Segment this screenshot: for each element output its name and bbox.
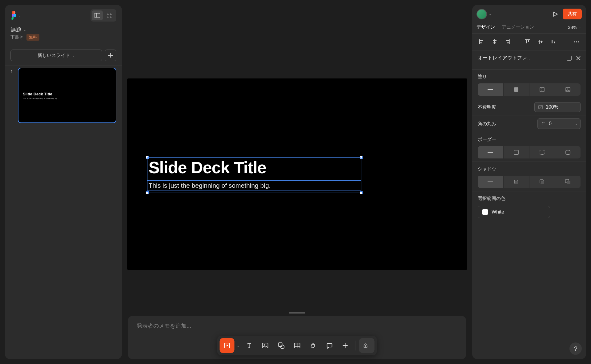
bottom-toolbar: ⌄ T (217, 336, 377, 355)
chevron-down-icon: ⌄ (579, 25, 582, 29)
shadow-label: シャドウ (478, 166, 581, 172)
autolayout-settings-icon[interactable] (566, 55, 572, 61)
shadow-small-button[interactable] (504, 176, 529, 188)
selection-handle[interactable] (146, 191, 149, 194)
svg-point-50 (541, 88, 541, 89)
selection-title-frame[interactable] (147, 157, 361, 180)
shadow-medium-button[interactable] (529, 176, 555, 188)
add-slide-button[interactable] (105, 50, 116, 61)
svg-point-41 (574, 41, 575, 42)
user-avatar (476, 9, 487, 19)
fill-solid-button[interactable] (504, 83, 529, 96)
image-tool-button[interactable] (258, 338, 273, 353)
tab-animation[interactable]: アニメーション (502, 24, 534, 30)
chevron-down-icon: ⌄ (489, 12, 492, 16)
corner-dropdown[interactable]: ⌄ (573, 118, 581, 129)
corner-input[interactable]: 0 (537, 118, 574, 129)
svg-rect-33 (526, 40, 527, 43)
move-tool-button[interactable] (220, 338, 235, 353)
svg-rect-31 (507, 42, 509, 43)
align-hcenter-button[interactable] (489, 37, 500, 47)
svg-rect-13 (279, 343, 282, 346)
add-tool-button[interactable] (338, 338, 353, 353)
panel-icon (94, 13, 100, 18)
grid-view-button[interactable] (104, 10, 115, 20)
arrow-out-icon (224, 342, 231, 349)
svg-rect-27 (493, 40, 497, 41)
panel-view-button[interactable] (92, 10, 103, 20)
align-bottom-button[interactable] (548, 37, 558, 47)
canvas[interactable]: Slide Deck Title This is just the beginn… (124, 5, 470, 310)
comment-tool-button[interactable] (322, 338, 337, 353)
hand-icon (310, 342, 317, 349)
share-button[interactable]: 共有 (563, 9, 582, 19)
close-icon[interactable] (576, 56, 581, 60)
alignment-row (472, 34, 586, 50)
align-right-button[interactable] (502, 37, 513, 47)
text-tool-button[interactable]: T (242, 338, 257, 353)
new-slide-button[interactable]: 新しいスライド ⌄ (10, 50, 102, 61)
fill-image-button[interactable] (555, 83, 581, 96)
doc-title[interactable]: 無題 ⌄ (5, 25, 122, 34)
doc-status-row: 下書き 無料 (5, 34, 122, 45)
svg-point-52 (541, 90, 541, 91)
selection-handle[interactable] (360, 191, 363, 194)
border-none-button[interactable] (478, 146, 504, 158)
doc-status: 下書き (10, 34, 23, 40)
pen-tool-button[interactable] (359, 338, 372, 353)
shadow-none-button[interactable] (478, 176, 504, 188)
plus-icon (108, 53, 113, 58)
align-left-button[interactable] (476, 37, 487, 47)
help-button[interactable]: ? (569, 342, 582, 355)
corner-radius-row: 角の丸み 0 ⌄ (472, 115, 586, 132)
color-chip[interactable]: White (478, 206, 550, 218)
zoom-control[interactable]: 38% ⌄ (568, 25, 582, 30)
svg-rect-39 (552, 40, 553, 43)
grid-icon (107, 13, 112, 18)
svg-point-55 (567, 89, 568, 90)
autolayout-section: オートレイアウトフレ… (472, 50, 586, 69)
shadow-large-button[interactable] (555, 176, 581, 188)
thumbnail-row: 1 Slide Deck Title This is just the begi… (10, 68, 116, 123)
sticker-tool-button[interactable] (306, 338, 321, 353)
border-label: ボーダー (478, 137, 581, 142)
svg-rect-4 (110, 13, 112, 15)
border-dashed-button[interactable] (529, 146, 555, 158)
svg-point-42 (576, 41, 577, 42)
shape-tool-button[interactable] (274, 338, 289, 353)
opacity-input[interactable]: 100% (534, 102, 581, 112)
figma-logo-menu[interactable]: ⌄ (10, 11, 21, 20)
left-panel: ⌄ 無題 ⌄ 下書き 無料 新しいスライド ⌄ 1 Sl (5, 5, 122, 359)
color-swatch (482, 209, 488, 215)
opacity-label: 不透明度 (478, 104, 496, 110)
opacity-value: 100% (546, 104, 558, 110)
color-chip-row: White (472, 206, 586, 222)
selection-subtitle-frame[interactable] (147, 180, 361, 190)
table-tool-button[interactable] (290, 338, 305, 353)
border-custom-button[interactable] (555, 146, 581, 158)
svg-rect-25 (480, 42, 482, 43)
present-button[interactable] (552, 11, 558, 17)
fill-gradient-button[interactable] (529, 83, 555, 96)
svg-point-51 (543, 88, 543, 89)
slide[interactable]: Slide Deck Title This is just the beginn… (127, 78, 467, 270)
table-icon (294, 342, 301, 349)
fill-none-button[interactable] (478, 83, 504, 96)
corner-icon (541, 122, 546, 126)
border-solid-button[interactable] (504, 146, 529, 158)
move-tool-dropdown[interactable]: ⌄ (236, 344, 241, 348)
more-align-button[interactable] (571, 37, 582, 47)
align-top-button[interactable] (522, 37, 533, 47)
slide-thumbnail[interactable]: Slide Deck Title This is just the beginn… (18, 68, 116, 123)
avatar-menu[interactable]: ⌄ (476, 9, 492, 19)
plan-badge[interactable]: 無料 (26, 34, 39, 41)
autolayout-label: オートレイアウトフレ… (478, 55, 532, 61)
chevron-down-icon: ⌄ (18, 14, 21, 18)
svg-rect-6 (110, 16, 112, 18)
svg-rect-30 (506, 40, 509, 41)
figma-icon (10, 11, 17, 20)
align-vcenter-button[interactable] (535, 37, 545, 47)
notes-resize-handle[interactable] (289, 312, 305, 314)
svg-rect-1 (94, 13, 100, 18)
tab-design[interactable]: デザイン (476, 24, 495, 30)
